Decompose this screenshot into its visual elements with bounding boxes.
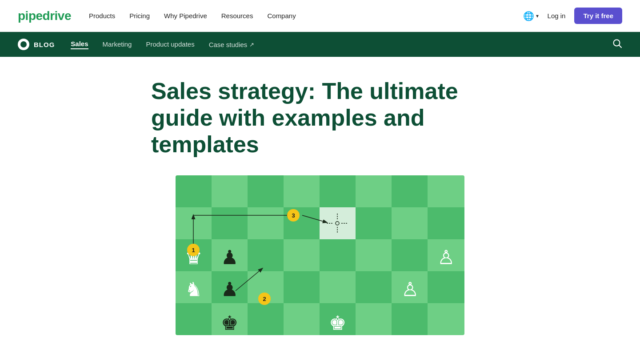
nav-pricing[interactable]: Pricing [129, 12, 150, 20]
svg-rect-21 [284, 239, 320, 271]
svg-rect-31 [356, 271, 392, 303]
svg-rect-11 [212, 207, 248, 239]
svg-text:♟: ♟ [221, 278, 238, 300]
svg-text:♚: ♚ [221, 312, 238, 334]
svg-rect-3 [212, 175, 248, 207]
svg-rect-15 [356, 207, 392, 239]
svg-text:♙: ♙ [401, 278, 419, 300]
case-studies-label: Case studies [209, 41, 248, 48]
svg-rect-24 [392, 239, 428, 271]
blog-nav-product-updates[interactable]: Product updates [146, 40, 194, 49]
main-content: Sales strategy: The ultimate guide with … [0, 57, 640, 335]
svg-rect-39 [356, 303, 392, 335]
nav-right: 🌐 ▾ Log in Try it free [523, 8, 622, 24]
svg-rect-14 [320, 207, 356, 239]
svg-text:2: 2 [263, 296, 266, 302]
blog-logo[interactable]: BLOG [18, 39, 55, 50]
search-button[interactable] [612, 39, 622, 51]
globe-icon: 🌐 [523, 11, 534, 21]
language-selector[interactable]: 🌐 ▾ [523, 11, 539, 21]
brand-logo[interactable]: pipedrive [18, 9, 71, 23]
search-icon [612, 39, 622, 48]
chess-board-svg: ♛ ♟ ♙ ♞ ♟ ♙ ♚ ♚ [176, 175, 464, 335]
blog-nav-links: Sales Marketing Product updates Case stu… [71, 40, 254, 49]
try-free-button[interactable]: Try it free [574, 8, 622, 24]
svg-text:1: 1 [192, 247, 195, 253]
login-link[interactable]: Log in [548, 12, 566, 20]
svg-rect-40 [392, 303, 428, 335]
nav-links: Products Pricing Why Pipedrive Resources… [89, 12, 296, 20]
svg-rect-22 [320, 239, 356, 271]
svg-rect-34 [176, 303, 212, 335]
blog-logo-icon [18, 39, 29, 50]
nav-products[interactable]: Products [89, 12, 115, 20]
svg-rect-7 [356, 175, 392, 207]
svg-rect-29 [284, 271, 320, 303]
svg-text:♞: ♞ [185, 278, 202, 300]
nav-resources[interactable]: Resources [221, 12, 253, 20]
svg-rect-2 [176, 175, 212, 207]
svg-text:♚: ♚ [329, 312, 346, 334]
svg-rect-12 [248, 207, 284, 239]
nav-why[interactable]: Why Pipedrive [164, 12, 207, 20]
svg-rect-37 [284, 303, 320, 335]
svg-rect-30 [320, 271, 356, 303]
svg-rect-41 [428, 303, 464, 335]
nav-left: pipedrive Products Pricing Why Pipedrive… [18, 9, 296, 23]
svg-rect-5 [284, 175, 320, 207]
svg-text:3: 3 [292, 212, 295, 219]
svg-text:♙: ♙ [437, 246, 455, 268]
svg-rect-16 [392, 207, 428, 239]
svg-rect-20 [248, 239, 284, 271]
svg-rect-8 [392, 175, 428, 207]
chevron-down-icon: ▾ [536, 13, 539, 19]
svg-rect-33 [428, 271, 464, 303]
svg-rect-6 [320, 175, 356, 207]
svg-rect-36 [248, 303, 284, 335]
blog-label: BLOG [34, 41, 55, 48]
svg-rect-4 [248, 175, 284, 207]
nav-company[interactable]: Company [267, 12, 296, 20]
chess-illustration: ♛ ♟ ♙ ♞ ♟ ♙ ♚ ♚ [176, 175, 464, 335]
top-nav: pipedrive Products Pricing Why Pipedrive… [0, 0, 640, 32]
blog-nav-sales[interactable]: Sales [71, 40, 88, 49]
svg-rect-9 [428, 175, 464, 207]
blog-nav: BLOG Sales Marketing Product updates Cas… [0, 32, 640, 57]
svg-text:♟: ♟ [221, 246, 238, 268]
svg-rect-17 [428, 207, 464, 239]
external-link-icon: ↗ [249, 41, 254, 48]
svg-rect-23 [356, 239, 392, 271]
blog-nav-left: BLOG Sales Marketing Product updates Cas… [18, 39, 254, 50]
svg-line-1 [619, 45, 621, 47]
article-title: Sales strategy: The ultimate guide with … [151, 78, 489, 158]
blog-logo-icon-inner [20, 41, 27, 47]
blog-nav-case-studies[interactable]: Case studies ↗ [209, 41, 255, 48]
blog-nav-marketing[interactable]: Marketing [103, 40, 132, 49]
